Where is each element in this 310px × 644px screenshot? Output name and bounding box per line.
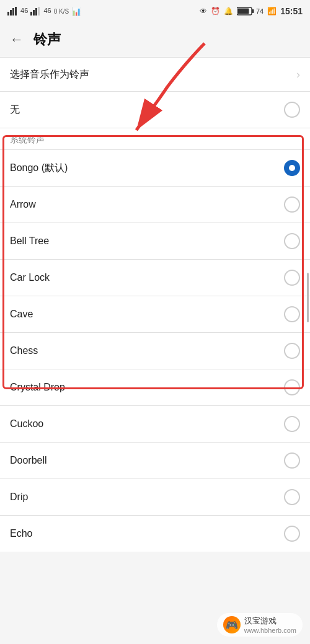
choose-music-item[interactable]: 选择音乐作为铃声 › — [0, 58, 310, 91]
cave-item[interactable]: Cave — [0, 296, 310, 332]
chess-item[interactable]: Chess — [0, 333, 310, 369]
page-title: 铃声 — [33, 30, 61, 49]
drip-radio[interactable] — [284, 489, 300, 505]
alarm-icon: ⏰ — [211, 7, 220, 15]
svg-rect-3 — [15, 7, 17, 15]
chess-radio[interactable] — [284, 343, 300, 359]
echo-item[interactable]: Echo — [0, 516, 310, 552]
bell-tree-radio[interactable] — [284, 233, 300, 249]
clock-time: 15:51 — [280, 6, 303, 16]
arrow-item[interactable]: Arrow — [0, 187, 310, 223]
svg-rect-2 — [12, 8, 14, 15]
doorbell-item[interactable]: Doorbell — [0, 443, 310, 479]
bongo-label: Bongo (默认) — [10, 162, 68, 175]
network-signal-2: 46 — [30, 7, 51, 15]
header: ← 铃声 — [0, 22, 310, 57]
crystal-drop-label: Crystal Drop — [10, 382, 65, 393]
arrow-radio[interactable] — [284, 196, 300, 213]
doorbell-label: Doorbell — [10, 455, 47, 466]
cave-radio[interactable] — [284, 306, 300, 322]
crystal-drop-radio[interactable] — [284, 379, 300, 395]
choose-music-label: 选择音乐作为铃声 — [10, 68, 89, 81]
back-button[interactable]: ← — [10, 32, 24, 48]
car-lock-item[interactable]: Car Lock — [0, 260, 310, 296]
status-left: 46 46 0 K/S 📊 — [7, 7, 81, 16]
svg-rect-7 — [38, 7, 40, 15]
status-bar: 46 46 0 K/S 📊 👁 ⏰ 🔔 74 📶 15:51 — [0, 0, 310, 22]
doorbell-radio[interactable] — [284, 452, 300, 469]
drip-item[interactable]: Drip — [0, 479, 310, 515]
cuckoo-radio[interactable] — [284, 416, 300, 432]
cuckoo-item[interactable]: Cuckoo — [0, 406, 310, 442]
car-lock-label: Car Lock — [10, 272, 50, 283]
network-signal-1: 46 — [7, 7, 28, 15]
eye-icon: 👁 — [200, 7, 207, 15]
watermark-icon: 🎮 — [223, 616, 241, 633]
chevron-right-icon: › — [296, 68, 300, 81]
system-ringtones-label: 系统铃声 — [0, 128, 310, 149]
svg-rect-6 — [35, 8, 37, 15]
chess-label: Chess — [10, 345, 38, 356]
arrow-label: Arrow — [10, 199, 36, 210]
svg-rect-0 — [7, 12, 9, 15]
svg-rect-1 — [10, 10, 12, 15]
wifi-icon: 📶 — [267, 7, 277, 15]
svg-rect-10 — [237, 9, 249, 14]
svg-rect-9 — [252, 9, 254, 13]
drip-label: Drip — [10, 492, 28, 503]
echo-label: Echo — [10, 528, 32, 539]
watermark: 🎮 汉宝游戏 www.hbherb.com — [217, 613, 303, 637]
crystal-drop-item[interactable]: Crystal Drop — [0, 369, 310, 405]
none-item[interactable]: 无 — [0, 92, 310, 128]
none-label: 无 — [10, 104, 20, 117]
battery-icon: 74 — [237, 7, 264, 16]
bongo-item[interactable]: Bongo (默认) — [0, 150, 310, 186]
data-speed: 0 K/S — [54, 8, 69, 15]
system-ringtones-section: 系统铃声 Bongo (默认) Arrow Bell Tree Car Lock… — [0, 128, 310, 369]
bell-tree-item[interactable]: Bell Tree — [0, 223, 310, 259]
watermark-site: 汉宝游戏 — [244, 615, 296, 627]
svg-rect-4 — [30, 12, 32, 15]
watermark-url: www.hbherb.com — [244, 627, 296, 634]
watermark-text-col: 汉宝游戏 www.hbherb.com — [244, 615, 296, 634]
none-radio[interactable] — [284, 102, 300, 118]
cuckoo-label: Cuckoo — [10, 418, 43, 430]
bongo-radio[interactable] — [284, 160, 300, 176]
scroll-indicator — [307, 273, 309, 322]
activity-icon: 📊 — [71, 7, 81, 16]
cave-label: Cave — [10, 309, 33, 320]
bell-icon: 🔔 — [224, 7, 233, 15]
car-lock-radio[interactable] — [284, 270, 300, 286]
svg-rect-5 — [33, 10, 35, 15]
echo-radio[interactable] — [284, 526, 300, 542]
bell-tree-label: Bell Tree — [10, 236, 49, 247]
status-right: 👁 ⏰ 🔔 74 📶 15:51 — [200, 6, 303, 16]
